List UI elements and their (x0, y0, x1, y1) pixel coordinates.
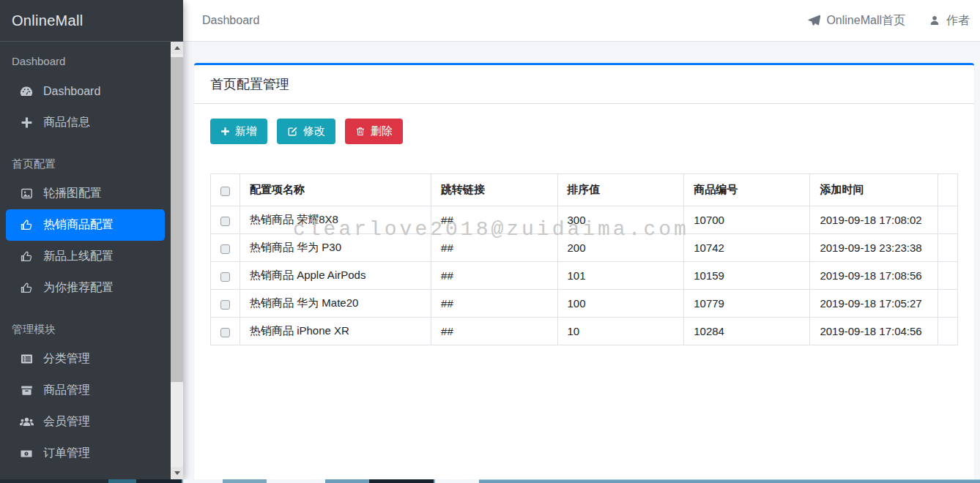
cell-created: 2019-09-18 17:05:27 (810, 290, 938, 318)
delete-button[interactable]: 删除 (345, 119, 403, 144)
table-row[interactable]: 热销商品 荣耀8X8 ## 300 10700 2019-09-18 17:08… (211, 206, 958, 234)
nav-section-home-config: 首页配置 (0, 150, 171, 178)
col-header-name: 配置项名称 (240, 174, 431, 206)
table-header-row: 配置项名称 跳转链接 排序值 商品编号 添加时间 (211, 174, 958, 206)
sidebar-item-order-management[interactable]: 订单管理 (6, 438, 165, 469)
cell-sort: 101 (557, 262, 684, 290)
sidebar-item-product-management[interactable]: 商品管理 (6, 375, 165, 406)
sidebar-item-new-products-config[interactable]: 新品上线配置 (6, 241, 165, 272)
table-row[interactable]: 热销商品 Apple AirPods ## 101 10159 2019-09-… (211, 262, 958, 290)
cell-created: 2019-09-18 17:08:02 (810, 206, 938, 234)
card-header: 首页配置管理 (194, 65, 974, 104)
table-row[interactable]: 热销商品 华为 P30 ## 200 10742 2019-09-19 23:2… (211, 234, 958, 262)
cell-sort: 100 (557, 290, 684, 318)
cell-created: 2019-09-18 17:04:56 (810, 318, 938, 345)
cell-sort: 10 (557, 318, 684, 345)
paper-plane-icon (807, 14, 820, 27)
cell-gap (938, 262, 958, 290)
col-header-created: 添加时间 (810, 174, 938, 206)
sidebar-item-hot-products-config[interactable]: 热销商品配置 (6, 209, 165, 241)
card-body: 新增 修改 删除 (194, 104, 974, 360)
cell-name: 热销商品 Apple AirPods (240, 262, 431, 290)
thumbs-up-icon (18, 249, 35, 265)
row-checkbox[interactable] (220, 272, 230, 282)
cell-name: 热销商品 荣耀8X8 (240, 206, 431, 234)
config-card: 首页配置管理 新增 修改 (194, 63, 974, 483)
select-all-checkbox[interactable] (220, 187, 230, 196)
sidebar-item-member-management[interactable]: 会员管理 (6, 406, 165, 438)
image-icon (18, 186, 35, 202)
tachometer-icon (18, 83, 35, 100)
delete-button-label: 删除 (371, 124, 393, 138)
scrollbar-thumb[interactable] (171, 57, 183, 382)
cell-product-id: 10159 (684, 262, 810, 290)
toolbar: 新增 修改 删除 (210, 119, 958, 144)
app-logo[interactable]: OnlineMall (0, 0, 183, 42)
row-checkbox[interactable] (220, 328, 230, 337)
plus-icon (18, 115, 35, 131)
plus-icon (220, 127, 230, 136)
box-icon (18, 383, 35, 399)
add-button[interactable]: 新增 (210, 119, 267, 144)
cell-link: ## (431, 262, 557, 290)
nav-section-management: 管理模块 (0, 315, 171, 343)
row-checkbox[interactable] (220, 244, 230, 254)
sidebar-item-product-info[interactable]: 商品信息 (6, 107, 165, 138)
cell-product-id: 10284 (684, 318, 810, 345)
table-row[interactable]: 热销商品 iPhone XR ## 10 10284 2019-09-18 17… (211, 318, 958, 345)
sidebar-item-label: Dashboard (43, 85, 100, 98)
edit-button[interactable]: 修改 (277, 119, 335, 144)
edit-button-label: 修改 (303, 124, 325, 138)
home-link-label: OnlineMall首页 (826, 13, 905, 29)
cell-name: 热销商品 华为 P30 (240, 234, 431, 262)
sidebar-item-label: 商品管理 (43, 383, 90, 398)
cell-link: ## (431, 318, 557, 345)
sidebar-item-label: 商品信息 (43, 115, 90, 130)
cell-product-id: 10742 (684, 234, 810, 262)
user-icon (929, 15, 940, 26)
cell-gap (938, 318, 958, 345)
cell-name: 热销商品 华为 Mate20 (240, 290, 431, 318)
table-row[interactable]: 热销商品 华为 Mate20 ## 100 10779 2019-09-18 1… (211, 290, 958, 318)
sidebar-item-category-management[interactable]: 分类管理 (6, 343, 165, 375)
scrollbar-down-arrow[interactable] (171, 467, 183, 479)
sidebar-item-recommend-config[interactable]: 为你推荐配置 (6, 272, 165, 304)
trash-icon (355, 126, 365, 137)
user-menu[interactable]: 作者 (929, 13, 970, 29)
money-bill-icon (18, 446, 35, 462)
edit-icon (287, 126, 298, 137)
thumbs-up-icon (18, 217, 35, 233)
sidebar-item-dashboard[interactable]: Dashboard (6, 75, 165, 107)
cell-created: 2019-09-19 23:23:38 (810, 234, 938, 262)
cell-sort: 300 (557, 206, 684, 234)
sidebar-item-label: 为你推荐配置 (43, 280, 114, 296)
cell-link: ## (431, 206, 557, 234)
cell-name: 热销商品 iPhone XR (240, 318, 431, 345)
cell-link: ## (431, 234, 557, 262)
cell-link: ## (431, 290, 557, 318)
sidebar-item-label: 轮播图配置 (43, 186, 102, 201)
sidebar-item-label: 热销商品配置 (43, 217, 114, 233)
cell-gap (938, 290, 958, 318)
sidebar-scrollbar[interactable] (171, 42, 183, 479)
row-checkbox[interactable] (220, 300, 230, 310)
list-icon (18, 351, 35, 367)
cell-gap (938, 234, 958, 262)
col-header-link: 跳转链接 (431, 174, 557, 206)
thumbs-up-icon (18, 280, 35, 296)
scrollbar-up-arrow[interactable] (171, 42, 183, 54)
cell-gap (938, 206, 958, 234)
row-checkbox[interactable] (220, 217, 230, 226)
cell-product-id: 10779 (684, 290, 810, 318)
nav-section-dashboard: Dashboard (0, 48, 171, 75)
sidebar: OnlineMall Dashboard Dashboard 商品信息 首页配置… (0, 0, 183, 483)
add-button-label: 新增 (235, 124, 257, 138)
users-icon (18, 414, 35, 430)
sidebar-item-carousel-config[interactable]: 轮播图配置 (6, 178, 165, 209)
taskbar-strip (0, 479, 980, 483)
cell-product-id: 10700 (684, 206, 810, 234)
sidebar-item-label: 会员管理 (43, 414, 90, 430)
cell-sort: 200 (557, 234, 684, 262)
home-link[interactable]: OnlineMall首页 (807, 13, 905, 29)
sidebar-item-label: 新品上线配置 (43, 249, 114, 264)
